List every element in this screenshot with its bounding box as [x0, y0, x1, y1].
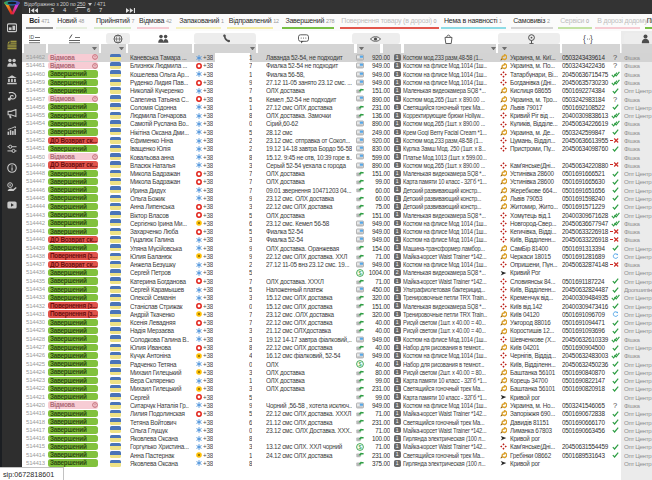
svg-text:ID: ID [29, 34, 34, 40]
svg-text:{: { [583, 34, 586, 44]
svg-text:}: } [590, 34, 593, 44]
